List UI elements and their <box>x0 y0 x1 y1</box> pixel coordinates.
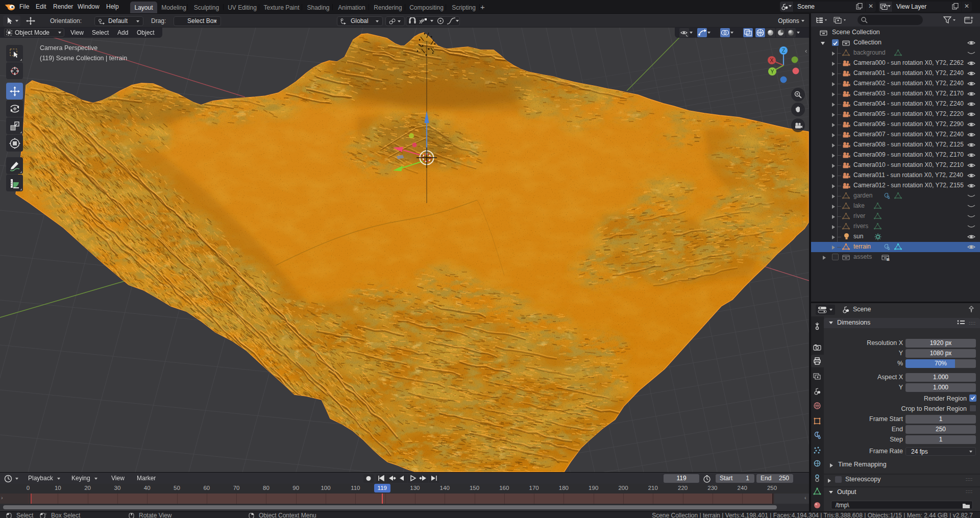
svg-text:Z: Z <box>782 48 785 54</box>
svg-text:Y: Y <box>771 69 774 75</box>
svg-text:X: X <box>770 58 774 63</box>
